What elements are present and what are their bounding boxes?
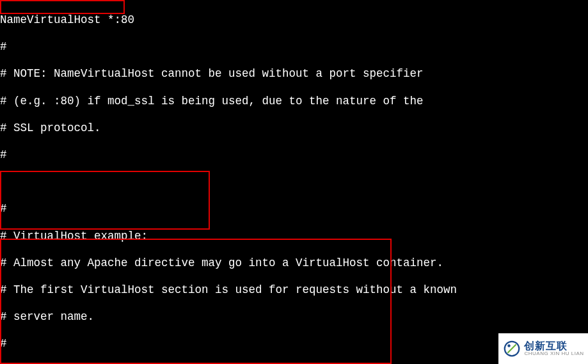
svg-point-1	[508, 344, 511, 347]
config-line: #	[0, 148, 588, 162]
config-line: #	[0, 202, 588, 216]
config-line: # server name.	[0, 310, 588, 324]
config-line: #	[0, 40, 588, 54]
terminal-output: NameVirtualHost *:80 # # NOTE: NameVirtu…	[0, 0, 588, 364]
watermark-logo: 创新互联 CHUANG XIN HU LIAN	[498, 333, 588, 364]
logo-en-text: CHUANG XIN HU LIAN	[524, 351, 584, 357]
config-line: NameVirtualHost *:80	[0, 13, 588, 27]
config-line: # (e.g. :80) if mod_ssl is being used, d…	[0, 95, 588, 108]
logo-icon	[502, 339, 521, 358]
config-line: # Almost any Apache directive may go int…	[0, 257, 588, 270]
config-line	[0, 175, 588, 189]
config-line: # SSL protocol.	[0, 122, 588, 135]
logo-cn-text: 创新互联	[524, 340, 584, 352]
config-line: # The first VirtualHost section is used …	[0, 283, 588, 297]
logo-text: 创新互联 CHUANG XIN HU LIAN	[524, 340, 584, 357]
config-line: # NOTE: NameVirtualHost cannot be used w…	[0, 67, 588, 81]
config-line: # VirtualHost example:	[0, 230, 588, 243]
